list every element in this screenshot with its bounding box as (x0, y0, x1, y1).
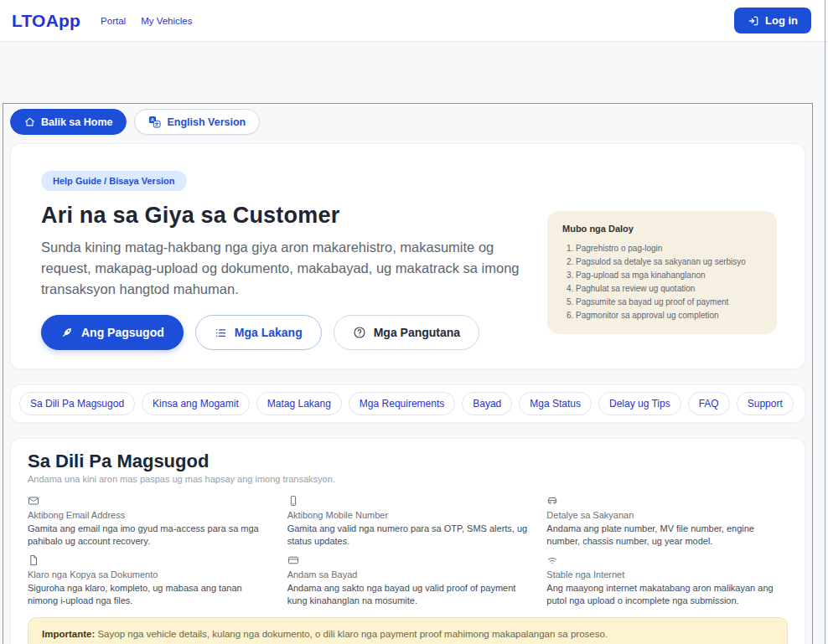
checklist-item-email: Aktibong Email Address Gamita ang email … (28, 495, 269, 548)
english-version-button[interactable]: A English Version (134, 109, 260, 135)
flow-step: Pag-upload sa mga kinahanglanon (576, 269, 763, 282)
important-warning-banner: Importante: Sayop nga vehicle details, k… (28, 617, 788, 644)
flow-step: Pagrehistro o pag-login (576, 242, 763, 255)
main-content-frame: Balik sa Home A English Version Help Gui… (3, 103, 813, 644)
document-icon (28, 554, 269, 567)
section-chip-nav: Sa Dili Pa Magsugod Kinsa ang Mogamit Ma… (10, 384, 805, 423)
steps-label: Mga Lakang (235, 326, 303, 339)
warning-text: Sayop nga vehicle details, kulang nga do… (95, 629, 608, 639)
section-title: Sa Dili Pa Magsugod (28, 451, 788, 471)
checklist-item-title: Aktibong Mobile Number (287, 509, 529, 521)
flow-summary: Mubo nga Daloy Pagrehistro o pag-login P… (547, 211, 777, 334)
wifi-icon (546, 554, 788, 567)
steps-button[interactable]: Mga Lakang (195, 315, 322, 350)
list-icon (215, 327, 227, 339)
version-badge: Help Guide / Bisaya Version (41, 171, 187, 191)
login-button-label: Log in (765, 14, 798, 27)
checklist-grid: Aktibong Email Address Gamita ang email … (28, 495, 788, 607)
checklist-item-title: Detalye sa Sakyanan (546, 509, 788, 521)
section-subtitle: Andama una kini aron mas paspas ug mas h… (28, 474, 788, 484)
checklist-item-text: Andama ang sakto nga bayad ug valid proo… (287, 582, 529, 606)
hero-card: Help Guide / Bisaya Version Ari na sa Gi… (10, 143, 805, 369)
brand-logo[interactable]: LTOApp (12, 11, 80, 31)
chip-payment[interactable]: Bayad (462, 392, 512, 415)
chip-who-can-use[interactable]: Kinsa ang Mogamit (142, 392, 250, 415)
payment-icon (287, 554, 529, 567)
flow-steps-list: Pagrehistro o pag-login Pagsulod sa deta… (576, 242, 763, 322)
flow-step: Pagmonitor sa approval ug completion (576, 309, 763, 322)
checklist-item-title: Stable nga Internet (546, 569, 788, 580)
warning-label: Importante: (42, 629, 95, 639)
toolbar-row: Balik sa Home A English Version (10, 109, 805, 135)
back-home-button[interactable]: Balik sa Home (10, 109, 127, 135)
checklist-item-mobile: Aktibong Mobile Number Gamita ang valid … (287, 495, 529, 548)
chip-faq[interactable]: FAQ (688, 392, 730, 415)
checklist-item-text: Andama ang plate number, MV file number,… (546, 523, 788, 547)
questions-button[interactable]: Mga Pangutana (334, 315, 479, 350)
get-started-button[interactable]: Ang Pagsugod (41, 315, 184, 350)
checklist-item-vehicle: Detalye sa Sakyanan Andama ang plate num… (546, 495, 788, 548)
flow-summary-title: Mubo nga Daloy (562, 224, 763, 234)
car-icon (546, 495, 788, 507)
page-description: Sunda kining matag-hakbang nga giya aron… (41, 237, 525, 300)
mobile-icon (287, 495, 529, 507)
checklist-item-documents: Klaro nga Kopya sa Dokumento Siguroha ng… (28, 554, 269, 607)
chip-before-you-start[interactable]: Sa Dili Pa Magsugod (19, 392, 135, 415)
checklist-item-text: Gamita ang email nga imo gyud ma-access … (28, 523, 269, 547)
chip-each-step[interactable]: Matag Lakang (256, 392, 342, 415)
email-icon (28, 495, 269, 507)
checklist-item-title: Andam sa Bayad (287, 569, 529, 580)
nav-links: Portal My Vehicles (101, 16, 192, 26)
nav-link-portal[interactable]: Portal (101, 16, 126, 26)
translate-icon: A (148, 116, 161, 128)
chip-support[interactable]: Support (737, 392, 794, 415)
flow-step: Pagsumite sa bayad ug proof of payment (576, 296, 763, 309)
questions-label: Mga Pangutana (374, 326, 460, 339)
question-icon (353, 326, 366, 339)
rocket-icon (60, 326, 74, 339)
before-you-start-section: Sa Dili Pa Magsugod Andama una kini aron… (10, 438, 805, 644)
chip-requirements[interactable]: Mga Requirements (349, 392, 455, 415)
checklist-item-internet: Stable nga Internet Ang maayong internet… (546, 554, 788, 607)
get-started-label: Ang Pagsugod (81, 326, 164, 339)
flow-step: Paghulat sa review ug quotation (576, 282, 763, 296)
checklist-item-text: Ang maayong internet makatabang aron mal… (546, 582, 788, 606)
chip-statuses[interactable]: Mga Status (519, 392, 592, 415)
english-version-label: English Version (167, 116, 246, 128)
login-button[interactable]: Log in (734, 8, 811, 33)
checklist-item-text: Gamita ang valid nga numero para sa OTP,… (287, 523, 529, 547)
chip-delays-tips[interactable]: Delay ug Tips (598, 392, 681, 415)
top-navbar: LTOApp Portal My Vehicles Log in (0, 0, 828, 42)
flow-step: Pagsulod sa detalye sa sakyanan ug serbi… (576, 255, 763, 269)
nav-link-my-vehicles[interactable]: My Vehicles (141, 16, 192, 26)
login-icon (748, 15, 759, 27)
window-edge-line (825, 0, 825, 644)
checklist-item-title: Aktibong Email Address (28, 509, 269, 521)
checklist-item-text: Siguroha nga klaro, kompleto, ug mabasa … (28, 582, 269, 606)
home-icon (24, 116, 35, 127)
back-home-label: Balik sa Home (41, 116, 112, 128)
checklist-item-payment: Andam sa Bayad Andama ang sakto nga baya… (287, 554, 529, 607)
checklist-item-title: Klaro nga Kopya sa Dokumento (28, 569, 269, 580)
